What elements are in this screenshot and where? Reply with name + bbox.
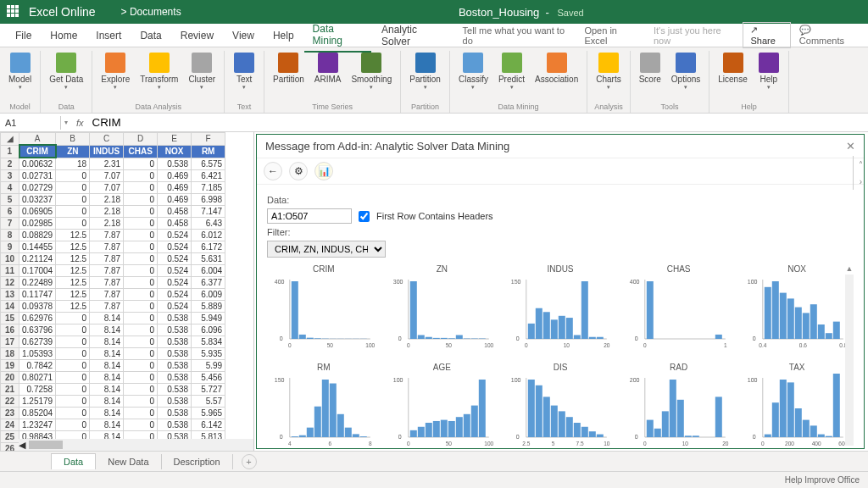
cell[interactable]: 0	[56, 170, 90, 182]
cell[interactable]: 0.458	[158, 206, 192, 218]
cell[interactable]: 0.524	[158, 277, 192, 289]
cell[interactable]: 0.458	[158, 218, 192, 230]
cell[interactable]: 0	[124, 313, 158, 324]
cell[interactable]: 5.949	[192, 313, 225, 324]
header-cell[interactable]: RM	[192, 145, 225, 158]
cell[interactable]: 0.538	[158, 372, 192, 384]
cell[interactable]: 0	[124, 408, 158, 419]
scroll-up-icon[interactable]: ▲	[846, 264, 854, 273]
tab-help[interactable]: Help	[264, 25, 303, 46]
horizontal-scrollbar[interactable]: ◀	[19, 439, 253, 451]
predict-button[interactable]: Predict▾	[495, 51, 528, 92]
cell[interactable]: 7.87	[90, 289, 124, 301]
cell[interactable]: 0	[56, 372, 90, 384]
cell[interactable]: 2.18	[90, 194, 124, 206]
tab-review[interactable]: Review	[172, 25, 222, 46]
cell[interactable]: 0.85204	[19, 408, 56, 419]
cluster-button[interactable]: Cluster▾	[185, 51, 219, 92]
row-header[interactable]: 6	[1, 206, 19, 218]
cell[interactable]: 0	[124, 241, 158, 253]
cell[interactable]: 0	[124, 289, 158, 301]
cell[interactable]: 0.21124	[19, 253, 56, 265]
charts-vertical-scrollbar[interactable]: ▲ ▼	[843, 264, 855, 448]
cell[interactable]: 0	[124, 218, 158, 230]
row-header[interactable]: 16	[1, 324, 19, 336]
cell[interactable]: 0	[56, 194, 90, 206]
cell[interactable]: 0.538	[158, 384, 192, 396]
cell[interactable]: 0.524	[158, 301, 192, 313]
cell[interactable]: 0.11747	[19, 289, 56, 301]
score-button[interactable]: Score	[636, 51, 665, 86]
row-header[interactable]: 10	[1, 253, 19, 265]
row-header[interactable]: 11	[1, 265, 19, 277]
cell[interactable]: 0.00632	[19, 158, 56, 170]
cell[interactable]: 0.80271	[19, 372, 56, 384]
cell[interactable]: 0.17004	[19, 265, 56, 277]
column-header-C[interactable]: C	[90, 133, 124, 146]
cell[interactable]: 0.03237	[19, 194, 56, 206]
help-improve-link[interactable]: Help Improve Office	[785, 475, 860, 485]
chevron-up-icon[interactable]: ˄	[853, 156, 868, 173]
row-header[interactable]: 26	[1, 443, 19, 452]
open-in-excel[interactable]: Open in Excel	[577, 22, 645, 49]
cell[interactable]: 12.5	[56, 265, 90, 277]
back-icon[interactable]: ←	[264, 162, 282, 180]
model-button[interactable]: Model▾	[5, 51, 35, 92]
row-header[interactable]: 12	[1, 277, 19, 289]
cell[interactable]: 6.43	[192, 218, 225, 230]
explore-button[interactable]: Explore▾	[97, 51, 133, 92]
cell[interactable]: 0.524	[158, 230, 192, 241]
header-cell[interactable]: CRIM	[19, 145, 56, 158]
cell[interactable]: 5.99	[192, 360, 225, 372]
cell[interactable]: 8.14	[90, 396, 124, 408]
cell[interactable]: 8.14	[90, 372, 124, 384]
spreadsheet[interactable]: ◢ABCDEF1CRIMZNINDUSCHASNOXRM20.00632182.…	[0, 132, 254, 451]
cell[interactable]: 0.524	[158, 265, 192, 277]
cell[interactable]: 0.02731	[19, 170, 56, 182]
tell-me[interactable]: Tell me what you want to do	[456, 22, 576, 49]
close-icon[interactable]: ✕	[846, 140, 855, 152]
row-header[interactable]: 8	[1, 230, 19, 241]
cell[interactable]: 0.538	[158, 419, 192, 431]
cell[interactable]: 5.456	[192, 372, 225, 384]
row-header[interactable]: 15	[1, 313, 19, 324]
tab-insert[interactable]: Insert	[87, 25, 130, 46]
cell[interactable]: 7.07	[90, 170, 124, 182]
cell[interactable]: 0	[124, 230, 158, 241]
cell[interactable]: 8.14	[90, 336, 124, 348]
row-header[interactable]: 24	[1, 419, 19, 431]
cell[interactable]: 12.5	[56, 253, 90, 265]
cell[interactable]: 1.25179	[19, 396, 56, 408]
name-box-dropdown-icon[interactable]: ▾	[61, 119, 71, 126]
row-header[interactable]: 7	[1, 218, 19, 230]
row-header[interactable]: 4	[1, 182, 19, 194]
association-button[interactable]: Association	[531, 51, 581, 86]
cell[interactable]: 5.935	[192, 348, 225, 360]
cell[interactable]: 18	[56, 158, 90, 170]
row-header[interactable]: 2	[1, 158, 19, 170]
cell[interactable]: 0	[56, 206, 90, 218]
cell[interactable]: 7.87	[90, 301, 124, 313]
cell[interactable]: 0.469	[158, 194, 192, 206]
cell[interactable]: 8.14	[90, 384, 124, 396]
row-header[interactable]: 5	[1, 194, 19, 206]
row-header[interactable]: 13	[1, 289, 19, 301]
partition-button[interactable]: Partition	[270, 51, 308, 86]
cell[interactable]: 0	[124, 384, 158, 396]
filter-select[interactable]: CRIM, ZN, INDUS, CHAS	[267, 241, 386, 258]
cell[interactable]: 0	[56, 218, 90, 230]
row-header[interactable]: 21	[1, 384, 19, 396]
app-launcher-icon[interactable]	[7, 5, 20, 19]
header-cell[interactable]: ZN	[56, 145, 90, 158]
cell[interactable]: 0	[124, 194, 158, 206]
cell[interactable]: 0	[124, 348, 158, 360]
cell[interactable]: 12.5	[56, 289, 90, 301]
add-sheet-button[interactable]: +	[242, 454, 257, 469]
column-header-D[interactable]: D	[124, 133, 158, 146]
column-header-B[interactable]: B	[56, 133, 90, 146]
cell[interactable]: 5.727	[192, 384, 225, 396]
cell[interactable]: 0.22489	[19, 277, 56, 289]
header-cell[interactable]: CHAS	[124, 145, 158, 158]
cell[interactable]: 0	[56, 336, 90, 348]
cell[interactable]: 0	[124, 277, 158, 289]
